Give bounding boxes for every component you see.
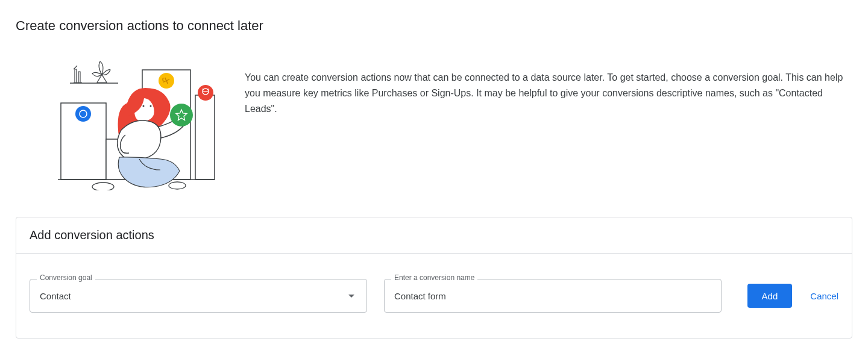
- chevron-down-icon: [348, 295, 354, 298]
- add-conversion-card: Add conversion actions Conversion goal C…: [16, 217, 852, 339]
- card-title: Add conversion actions: [16, 217, 852, 254]
- svg-point-13: [170, 104, 193, 126]
- conversion-name-field: Enter a conversion name: [384, 279, 722, 313]
- conversion-name-input[interactable]: [384, 279, 722, 313]
- svg-point-12: [150, 105, 152, 107]
- svg-point-11: [143, 105, 145, 107]
- cancel-button[interactable]: Cancel: [810, 291, 838, 301]
- conversion-name-label: Enter a conversion name: [391, 273, 477, 282]
- conversion-goal-field: Conversion goal Contact: [30, 279, 367, 313]
- intro-section: You can create conversion actions now th…: [16, 52, 852, 193]
- conversion-goal-value: Contact: [40, 291, 71, 301]
- illustration-image: [40, 52, 221, 193]
- svg-point-2: [75, 106, 91, 122]
- conversion-goal-select[interactable]: Contact: [30, 279, 367, 313]
- svg-rect-5: [195, 95, 215, 180]
- card-body: Conversion goal Contact Enter a conversi…: [16, 254, 852, 338]
- page-title: Create conversion actions to connect lat…: [16, 18, 852, 34]
- svg-point-14: [92, 183, 114, 190]
- conversion-goal-label: Conversion goal: [37, 273, 95, 282]
- form-actions: Add Cancel: [747, 284, 838, 308]
- svg-point-6: [198, 85, 213, 101]
- intro-text: You can create conversion actions now th…: [245, 52, 852, 193]
- add-button[interactable]: Add: [747, 284, 793, 308]
- svg-point-15: [169, 182, 186, 189]
